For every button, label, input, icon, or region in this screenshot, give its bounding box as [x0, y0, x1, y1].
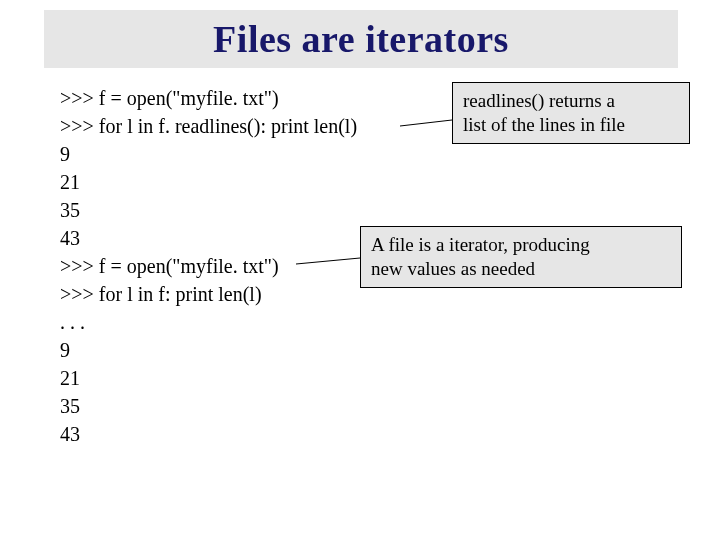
callout-text: A file is a iterator, producing [371, 233, 671, 257]
title-bar: Files are iterators [44, 10, 678, 68]
code-line: . . . [60, 308, 357, 336]
slide: Files are iterators >>> f = open("myfile… [0, 0, 720, 540]
code-line: >>> f = open("myfile. txt") [60, 84, 357, 112]
code-line: 35 [60, 196, 357, 224]
code-line: >>> for l in f. readlines(): print len(l… [60, 112, 357, 140]
code-line: 21 [60, 168, 357, 196]
code-line: >>> for l in f: print len(l) [60, 280, 357, 308]
callout-iterator: A file is a iterator, producing new valu… [360, 226, 682, 288]
code-line: 43 [60, 420, 357, 448]
callout-text: list of the lines in file [463, 113, 679, 137]
callout-readlines: readlines() returns a list of the lines … [452, 82, 690, 144]
code-line: 21 [60, 364, 357, 392]
callout-text: readlines() returns a [463, 89, 679, 113]
svg-line-0 [400, 120, 452, 126]
code-line: 9 [60, 336, 357, 364]
code-line: 35 [60, 392, 357, 420]
code-line: 9 [60, 140, 357, 168]
callout-text: new values as needed [371, 257, 671, 281]
slide-title: Files are iterators [213, 17, 509, 61]
code-line: >>> f = open("myfile. txt") [60, 252, 357, 280]
code-line: 43 [60, 224, 357, 252]
code-block: >>> f = open("myfile. txt") >>> for l in… [60, 84, 357, 448]
